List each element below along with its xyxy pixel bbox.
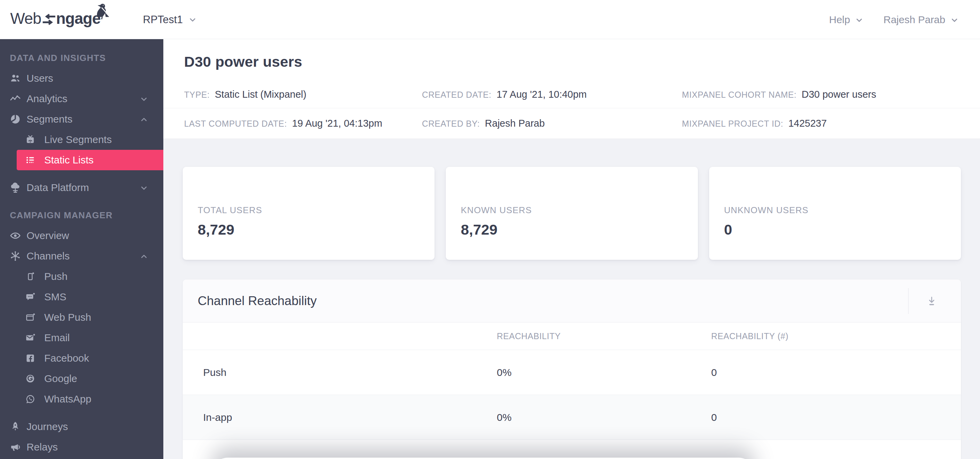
sidebar-item-users[interactable]: Users [0, 68, 163, 89]
sidebar: DATA AND INSIGHTS Users Analytics [0, 39, 163, 459]
meta-value: Static List (Mixpanel) [215, 89, 306, 100]
meta-value: 1425237 [788, 118, 827, 129]
meta-value: 17 Aug '21, 10:40pm [496, 89, 587, 100]
browser-push-icon [25, 312, 35, 322]
sidebar-item-journeys[interactable]: Journeys [0, 416, 163, 437]
stat-card-unknown-users: UNKNOWN USERS 0 [709, 167, 961, 260]
sidebar-item-label: Static Lists [44, 155, 94, 165]
sidebar-item-label: Channels [27, 251, 70, 261]
sidebar-item-label: Users [27, 73, 53, 83]
sidebar-item-facebook[interactable]: Facebook [0, 348, 163, 368]
chevron-down-icon [140, 183, 148, 192]
whatsapp-icon [25, 394, 35, 404]
sidebar-item-label: Relays [27, 442, 58, 452]
sidebar-item-label: Overview [27, 231, 69, 241]
meta-row-1: TYPE: Static List (Mixpanel) CREATED DAT… [163, 81, 980, 108]
sidebar-item-segments[interactable]: Segments [0, 109, 163, 129]
sidebar-item-push[interactable]: Push [0, 266, 163, 287]
sidebar-item-label: Email [44, 333, 70, 343]
meta-value: D30 power users [802, 89, 876, 100]
reachability-percent: 0% [497, 412, 711, 423]
sidebar-item-overview[interactable]: Overview [0, 225, 163, 246]
page-title: D30 power users [163, 39, 980, 81]
stat-cards-row: TOTAL USERS 8,729 KNOWN USERS 8,729 UNKN… [183, 167, 961, 260]
project-name: RPTest1 [143, 14, 183, 26]
stat-value: 0 [724, 222, 961, 238]
sidebar-item-relays[interactable]: Relays [0, 437, 163, 457]
reachability-count: 0 [711, 367, 961, 378]
section-title-data-and-insights: DATA AND INSIGHTS [0, 48, 163, 68]
chevron-up-icon [140, 115, 148, 124]
vertical-divider [908, 288, 908, 314]
channel-reachability-title: Channel Reachability [198, 294, 317, 308]
bottom-scroll-shadow [211, 457, 756, 459]
topbar-right: Help Rajesh Parab [829, 0, 959, 39]
stat-label: UNKNOWN USERS [724, 205, 961, 215]
sidebar-item-label: Segments [27, 114, 73, 124]
stat-value: 8,729 [461, 222, 698, 238]
top-bar: Web ngage R [0, 0, 980, 39]
reachability-count: 0 [711, 412, 961, 423]
meta-project-id: MIXPANEL PROJECT ID: 1425237 [682, 118, 980, 129]
table-row-partial [183, 440, 961, 459]
chevron-down-icon [950, 15, 959, 24]
meta-label: CREATED DATE: [422, 90, 492, 100]
meta-label: MIXPANEL COHORT NAME: [682, 90, 797, 100]
sidebar-item-label: WhatsApp [44, 394, 91, 404]
analytics-icon [10, 93, 21, 105]
sidebar-item-email[interactable]: Email [0, 328, 163, 348]
help-menu[interactable]: Help [829, 14, 864, 26]
sidebar-item-static-lists[interactable]: Static Lists [17, 150, 163, 170]
eye-icon [10, 230, 21, 241]
project-switcher[interactable]: RPTest1 [143, 0, 197, 39]
download-icon [926, 295, 938, 307]
chevron-down-icon [140, 94, 148, 103]
column-header-reachability: REACHABILITY [497, 332, 711, 341]
column-header-reachability-count: REACHABILITY (#) [711, 332, 961, 341]
sidebar-item-live-segments[interactable]: Live Segments [0, 129, 163, 150]
user-menu[interactable]: Rajesh Parab [883, 14, 959, 26]
meta-label: CREATED BY: [422, 119, 480, 129]
sidebar-item-label: Journeys [27, 422, 68, 432]
table-row: Push 0% 0 [183, 350, 961, 395]
main-content: D30 power users TYPE: Static List (Mixpa… [163, 39, 980, 459]
sms-bubble-icon [25, 292, 35, 302]
sidebar-item-channels[interactable]: Channels [0, 246, 163, 266]
meta-last-computed: LAST COMPUTED DATE: 19 Aug '21, 04:13pm [163, 118, 422, 129]
download-button[interactable] [924, 293, 939, 309]
stat-label: TOTAL USERS [198, 205, 434, 215]
meta-value: 19 Aug '21, 04:13pm [292, 118, 382, 129]
users-icon [10, 73, 21, 84]
sidebar-item-google[interactable]: Google [0, 368, 163, 389]
chevron-down-icon [188, 15, 197, 24]
table-row: In-app 0% 0 [183, 395, 961, 440]
sidebar-item-web-push[interactable]: Web Push [0, 307, 163, 328]
stat-card-known-users: KNOWN USERS 8,729 [446, 167, 698, 260]
webengage-app: Web ngage R [0, 0, 980, 459]
segments-icon [10, 113, 21, 125]
download-area [908, 280, 961, 322]
static-lists-icon [25, 155, 35, 165]
megaphone-icon [10, 441, 21, 453]
sidebar-item-label: Google [44, 373, 77, 384]
meta-type: TYPE: Static List (Mixpanel) [163, 89, 422, 100]
sidebar-item-sms[interactable]: SMS [0, 287, 163, 307]
meta-value: Rajesh Parab [485, 118, 545, 129]
mobile-push-icon [25, 271, 35, 282]
channel-name: In-app [183, 412, 497, 423]
reachability-percent: 0% [497, 367, 711, 378]
rocket-icon [10, 421, 21, 432]
webengage-logo[interactable]: Web ngage [10, 8, 100, 29]
user-name: Rajesh Parab [883, 14, 945, 26]
google-icon [25, 373, 35, 384]
meta-created-by: CREATED BY: Rajesh Parab [422, 118, 682, 129]
logo-text: Web ngage [10, 8, 100, 29]
stat-label: KNOWN USERS [461, 205, 698, 215]
sidebar-item-analytics[interactable]: Analytics [0, 89, 163, 109]
live-segments-icon [25, 134, 35, 145]
meta-created-date: CREATED DATE: 17 Aug '21, 10:40pm [422, 89, 682, 100]
sidebar-item-whatsapp[interactable]: WhatsApp [0, 389, 163, 409]
sidebar-item-data-platform[interactable]: Data Platform [0, 177, 163, 198]
meta-label: TYPE: [184, 90, 210, 100]
sidebar-item-label: Live Segments [44, 134, 111, 145]
